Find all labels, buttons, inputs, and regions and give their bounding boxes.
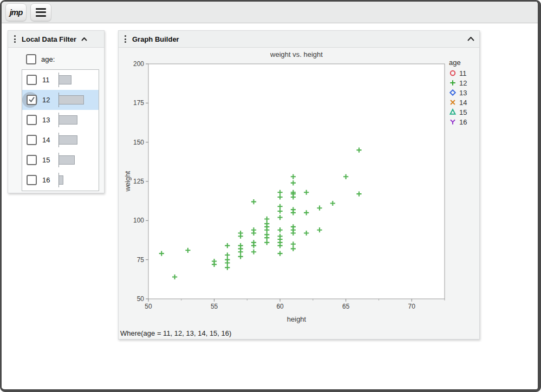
local-data-filter-panel: Local Data Filter age: 111213141516: [8, 30, 105, 193]
triangle-marker-icon: [449, 108, 457, 116]
scatter-plot[interactable]: 50751001251501752005055606570: [119, 48, 479, 339]
age-value-label: 14: [42, 136, 54, 144]
age-value-label: 15: [42, 156, 54, 164]
graph-panel-header: Graph Builder: [119, 31, 479, 48]
age-12-checkbox[interactable]: [27, 95, 37, 105]
filter-field-row: age:: [26, 54, 104, 64]
legend-item-label: 16: [459, 118, 467, 126]
age-16-checkbox[interactable]: [27, 175, 37, 185]
age-15-checkbox[interactable]: [27, 155, 37, 165]
x-tick-label: 50: [145, 303, 152, 310]
count-bar-wrap: [58, 133, 77, 147]
circle-marker-icon: [449, 69, 457, 77]
legend-item-age-15[interactable]: 15: [449, 107, 467, 117]
count-bar-wrap: [58, 173, 63, 187]
x-axis-label: height: [148, 315, 445, 323]
age-value-label: 16: [42, 176, 54, 184]
x-tick-label: 65: [342, 303, 350, 310]
filter-row-age-14[interactable]: 14: [22, 130, 99, 150]
age-value-list: 111213141516: [22, 69, 99, 191]
graph-panel-title: Graph Builder: [132, 35, 179, 43]
legend-item-label: 13: [459, 89, 467, 97]
bar-axis-line: [58, 153, 59, 167]
age-11-checkbox[interactable]: [27, 75, 37, 85]
menu-button[interactable]: [30, 3, 51, 21]
count-bar: [59, 75, 71, 84]
legend-item-age-13[interactable]: 13: [449, 88, 467, 97]
filter-panel-header: Local Data Filter: [8, 31, 104, 48]
legend-item-age-12[interactable]: 12: [449, 78, 467, 88]
y-tick-label: 100: [133, 217, 144, 224]
plus-marker-icon: [449, 79, 457, 87]
count-bar-wrap: [58, 93, 84, 107]
filter-collapse-chevron-up-icon[interactable]: [81, 37, 87, 41]
bar-axis-line: [58, 173, 59, 187]
filter-row-age-15[interactable]: 15: [22, 150, 99, 170]
count-bar: [59, 135, 77, 145]
legend-item-age-11[interactable]: 11: [449, 68, 467, 78]
filter-row-age-16[interactable]: 16: [22, 170, 99, 190]
filter-row-age-11[interactable]: 11: [22, 70, 99, 90]
plot-area[interactable]: [148, 64, 445, 299]
filter-row-age-12[interactable]: 12: [22, 90, 99, 110]
count-bar: [59, 95, 84, 104]
count-bar: [59, 155, 75, 165]
age-field-label: age:: [41, 55, 55, 63]
y-tick-label: 200: [133, 60, 144, 68]
y-tick-label: 75: [137, 256, 145, 264]
age-value-label: 13: [42, 116, 54, 124]
x-tick-label: 60: [276, 303, 284, 310]
filter-row-age-13[interactable]: 13: [22, 110, 99, 130]
y-marker-icon: [449, 118, 457, 126]
top-toolbar: jmp: [2, 2, 538, 23]
age-13-checkbox[interactable]: [27, 115, 37, 125]
graph-menu-icon[interactable]: [123, 34, 127, 44]
y-tick-label: 125: [133, 178, 144, 185]
count-bar-wrap: [58, 73, 71, 87]
app-window: jmp Local Data Filter age: 111213141516 …: [0, 0, 541, 392]
legend-item-age-16[interactable]: 16: [449, 117, 467, 127]
age-field-checkbox[interactable]: [26, 54, 36, 64]
count-bar-wrap: [58, 153, 75, 167]
count-bar: [59, 175, 63, 185]
jmp-logo: jmp: [10, 8, 23, 17]
bar-axis-line: [58, 133, 59, 147]
x-tick-label: 70: [408, 303, 416, 310]
filter-menu-icon[interactable]: [13, 34, 17, 44]
legend-title: age: [449, 58, 467, 67]
x-marker-icon: [449, 99, 457, 106]
graph-collapse-chevron-up-icon[interactable]: [467, 37, 474, 41]
x-tick-label: 55: [211, 303, 218, 310]
graph-body: weight vs. height weight 507510012515017…: [119, 48, 479, 339]
hamburger-icon: [36, 8, 46, 17]
where-clause-text: Where(age = 11, 12, 13, 14, 15, 16): [120, 329, 231, 337]
legend-item-label: 11: [459, 69, 467, 77]
legend-item-label: 14: [459, 99, 467, 107]
age-value-label: 12: [42, 96, 54, 104]
bar-axis-line: [58, 113, 59, 127]
graph-builder-panel: Graph Builder weight vs. height weight 5…: [118, 30, 480, 339]
jmp-logo-button[interactable]: jmp: [5, 3, 27, 21]
bar-axis-line: [58, 93, 59, 107]
legend-item-age-14[interactable]: 14: [449, 97, 467, 107]
legend-item-label: 12: [459, 79, 467, 87]
y-tick-label: 50: [137, 295, 145, 303]
age-14-checkbox[interactable]: [27, 135, 37, 145]
count-bar: [59, 115, 77, 125]
legend: age 111213141516: [449, 58, 467, 127]
y-tick-label: 150: [133, 139, 144, 146]
filter-panel-title: Local Data Filter: [22, 35, 76, 43]
jmp-logo-spark-icon: [0, 0, 3, 3]
count-bar-wrap: [58, 113, 77, 127]
legend-item-label: 15: [459, 108, 467, 116]
diamond-marker-icon: [449, 89, 457, 96]
bar-axis-line: [58, 73, 59, 87]
y-tick-label: 175: [133, 99, 144, 107]
age-value-label: 11: [42, 76, 54, 84]
